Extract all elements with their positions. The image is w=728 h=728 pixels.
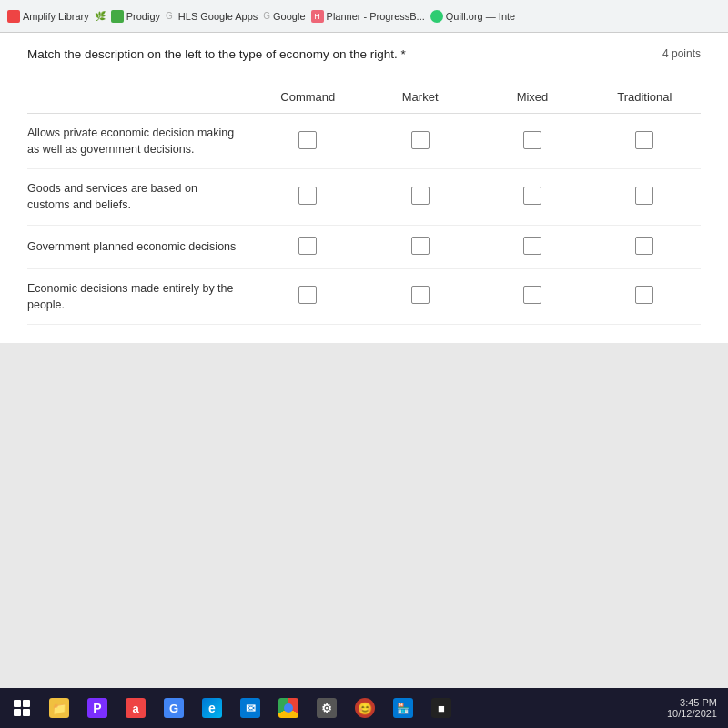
- bookmark-prodigy-label: Prodigy: [126, 11, 160, 22]
- google-label: Google: [273, 11, 305, 22]
- row-1-command-cell: [252, 114, 364, 169]
- col-header-market: Market: [364, 83, 476, 114]
- row-3-market-checkbox[interactable]: [411, 237, 430, 255]
- quill-icon: [430, 10, 443, 23]
- table-row: Economic decisions made entirely by the …: [27, 268, 701, 324]
- taskbar-app-dark[interactable]: ■: [424, 693, 459, 723]
- row-1-market-checkbox[interactable]: [411, 131, 430, 149]
- row-4-desc: Economic decisions made entirely by the …: [27, 268, 252, 324]
- bookmark-google[interactable]: G Google: [263, 11, 305, 22]
- quill-label: Quill.org — Inte: [446, 11, 515, 22]
- amplify-icon: [7, 10, 20, 23]
- bookmark-quill[interactable]: Quill.org — Inte: [430, 10, 515, 23]
- bookmark-amplify-label: Amplify Library: [23, 11, 89, 22]
- row-1-market-cell: [364, 114, 476, 169]
- bookmark-planner[interactable]: H Planner - ProgressB...: [311, 10, 425, 23]
- row-3-command-checkbox[interactable]: [298, 237, 317, 255]
- amplify-taskbar-icon: a: [126, 698, 146, 718]
- row-2-desc: Goods and services are based on customs …: [27, 169, 252, 225]
- row-2-command-checkbox[interactable]: [298, 187, 317, 205]
- row-3-command-cell: [252, 225, 364, 268]
- col-header-mixed: Mixed: [476, 83, 588, 114]
- file-explorer-icon: 📁: [49, 698, 69, 718]
- col-header-command: Command: [252, 83, 364, 114]
- dark-app-icon: ■: [431, 698, 451, 718]
- row-4-market-cell: [364, 268, 476, 324]
- row-3-mixed-cell: [476, 225, 588, 268]
- points-badge: 4 points: [662, 47, 701, 60]
- col-header-traditional: Traditional: [589, 83, 701, 114]
- taskbar-avatar[interactable]: 😊: [348, 693, 382, 723]
- row-2-command-cell: [252, 169, 364, 225]
- prodigy-taskbar-icon: P: [87, 698, 107, 718]
- row-3-traditional-checkbox[interactable]: [635, 237, 653, 255]
- store-icon: 🏪: [393, 698, 413, 718]
- match-table: Command Market Mixed Traditional Allows …: [27, 83, 701, 325]
- taskbar-google[interactable]: G: [157, 693, 191, 723]
- taskbar: 📁 P a G e ✉ ⚙ 😊 🏪 ■ 3:45 P: [0, 688, 728, 728]
- row-4-command-cell: [252, 268, 364, 324]
- row-1-traditional-cell: [589, 114, 701, 169]
- planner-icon: H: [311, 10, 324, 23]
- question-header: Match the description on the left to the…: [27, 47, 701, 65]
- taskbar-chrome[interactable]: [271, 693, 306, 723]
- prodigy-icon: [111, 10, 124, 23]
- sep-1: 🌿: [95, 11, 106, 21]
- row-2-market-cell: [364, 169, 476, 225]
- row-2-traditional-checkbox[interactable]: [635, 187, 653, 205]
- row-4-mixed-checkbox[interactable]: [523, 286, 541, 304]
- row-1-traditional-checkbox[interactable]: [635, 131, 653, 149]
- row-1-mixed-checkbox[interactable]: [523, 131, 541, 149]
- bookmark-amplify[interactable]: Amplify Library: [7, 10, 89, 23]
- taskbar-amplify[interactable]: a: [118, 693, 153, 723]
- google-icon: G: [263, 11, 270, 21]
- taskbar-store[interactable]: 🏪: [386, 693, 420, 723]
- row-1-desc: Allows private economic decision making …: [27, 114, 252, 169]
- row-4-command-checkbox[interactable]: [298, 286, 317, 304]
- taskbar-edge[interactable]: e: [195, 693, 229, 723]
- col-header-desc: [27, 83, 252, 114]
- taskbar-settings[interactable]: ⚙: [309, 693, 344, 723]
- row-3-traditional-cell: [589, 225, 701, 268]
- taskbar-file-explorer[interactable]: 📁: [42, 693, 76, 723]
- row-3-mixed-checkbox[interactable]: [523, 237, 541, 255]
- planner-label: Planner - ProgressB...: [327, 11, 425, 22]
- hls-label: HLS Google Apps: [178, 11, 258, 22]
- avatar-icon: 😊: [355, 698, 375, 718]
- row-4-market-checkbox[interactable]: [411, 286, 430, 304]
- row-1-command-checkbox[interactable]: [298, 131, 317, 149]
- start-button[interactable]: [5, 693, 38, 723]
- row-3-desc: Government planned economic decisions: [27, 225, 252, 268]
- sep-2: G: [166, 11, 173, 21]
- bookmark-hls[interactable]: HLS Google Apps: [178, 11, 258, 22]
- bookmark-prodigy[interactable]: Prodigy: [111, 10, 160, 23]
- row-2-mixed-checkbox[interactable]: [523, 187, 541, 205]
- taskbar-mail[interactable]: ✉: [233, 693, 268, 723]
- row-4-mixed-cell: [476, 268, 588, 324]
- chrome-icon: [278, 698, 298, 718]
- row-2-mixed-cell: [476, 169, 588, 225]
- mail-icon: ✉: [240, 698, 260, 718]
- row-2-traditional-cell: [589, 169, 701, 225]
- main-content: Match the description on the left to the…: [0, 33, 728, 343]
- taskbar-clock: 3:45 PM10/12/2021: [667, 697, 723, 719]
- row-1-mixed-cell: [476, 114, 588, 169]
- table-row: Allows private economic decision making …: [27, 114, 701, 169]
- row-2-market-checkbox[interactable]: [411, 187, 430, 205]
- row-4-traditional-cell: [589, 268, 701, 324]
- gear-icon: ⚙: [317, 698, 337, 718]
- row-3-market-cell: [364, 225, 476, 268]
- table-header-row: Command Market Mixed Traditional: [27, 83, 701, 114]
- taskbar-prodigy[interactable]: P: [80, 693, 115, 723]
- browser-bookmarks-bar: Amplify Library 🌿 Prodigy G HLS Google A…: [0, 0, 728, 33]
- table-row: Government planned economic decisions: [27, 225, 701, 268]
- question-text: Match the description on the left to the…: [27, 47, 644, 61]
- row-4-traditional-checkbox[interactable]: [635, 286, 653, 304]
- windows-logo-icon: [14, 700, 30, 716]
- google-taskbar-icon: G: [164, 698, 184, 718]
- table-row: Goods and services are based on customs …: [27, 169, 701, 225]
- edge-icon: e: [202, 698, 222, 718]
